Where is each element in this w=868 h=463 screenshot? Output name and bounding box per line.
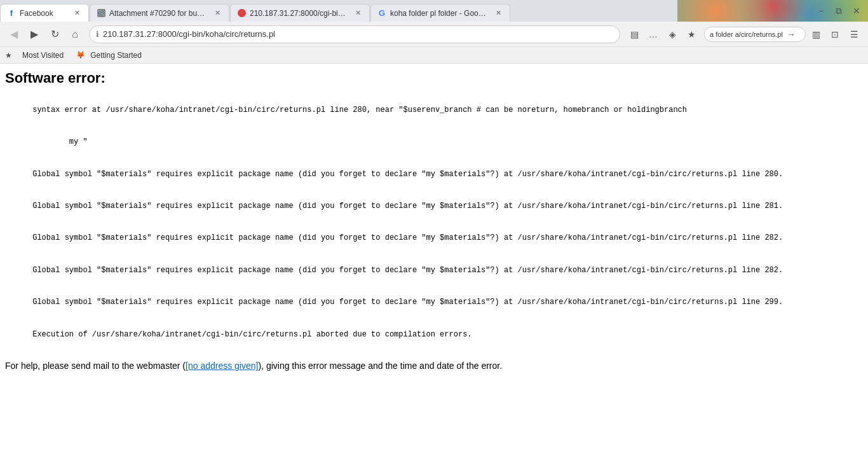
help-text-before: For help, please send mail to the webmas… xyxy=(5,361,186,371)
nav-right-icons: ▤ … ◈ ★ a folder a/circ/returns.pl → ▥ ⊡… xyxy=(625,25,863,43)
error-line-1: Global symbol "$materials" requires expl… xyxy=(32,202,783,211)
tab-close-facebook[interactable]: ✕ xyxy=(72,8,82,18)
address-info-icon: ℹ xyxy=(96,30,99,39)
help-link[interactable]: [no address given] xyxy=(186,361,258,371)
bookmark-button[interactable]: ★ xyxy=(682,25,700,43)
error-line-0: Global symbol "$materials" requires expl… xyxy=(32,170,783,179)
home-button[interactable]: ⌂ xyxy=(66,25,84,43)
tab-facebook[interactable]: f Facebook ✕ xyxy=(0,4,89,22)
tab-koha[interactable]: 210.187.31.27:8000/cgi-bin/koha/ci ✕ xyxy=(230,4,370,22)
error-line-2: Global symbol "$materials" requires expl… xyxy=(32,233,783,242)
tab-close-koha[interactable]: ✕ xyxy=(353,8,363,18)
bookmark-getting-started-label: Getting Started xyxy=(90,51,142,60)
help-text-after: ), giving this error message and the tim… xyxy=(258,361,502,371)
library-button[interactable]: ▥ xyxy=(807,25,825,43)
tab-attachment[interactable]: 📎 Attachment #70290 for bug #1 ✕ xyxy=(90,4,229,22)
bookmark-most-visited[interactable]: Most Visited xyxy=(17,50,69,61)
close-button[interactable]: ✕ xyxy=(848,2,865,20)
tab-favicon-google: G xyxy=(377,9,386,18)
pocket-button[interactable]: ◈ xyxy=(663,25,681,43)
help-text: For help, please send mail to the webmas… xyxy=(5,361,863,371)
menu-button[interactable]: ☰ xyxy=(845,25,863,43)
nav-bar: ◀ ▶ ↻ ⌂ ℹ 210.187.31.27:8000/cgi-bin/koh… xyxy=(0,22,868,47)
tab-label-facebook: Facebook xyxy=(20,9,68,18)
reload-button[interactable]: ↻ xyxy=(46,25,64,43)
error-title: Software error: xyxy=(5,70,863,86)
synced-tabs-button[interactable]: ⊡ xyxy=(826,25,844,43)
tab-label-koha: 210.187.31.27:8000/cgi-bin/koha/ci xyxy=(250,9,349,18)
error-line-4: Global symbol "$materials" requires expl… xyxy=(32,298,783,307)
window-controls: − ⧉ ✕ xyxy=(812,0,868,22)
search-text: a folder a/circ/returns.pl xyxy=(710,31,783,38)
page-content: Software error: syntax error at /usr/sha… xyxy=(0,64,868,382)
bookmark-getting-started[interactable]: 🦊 Getting Started xyxy=(71,50,147,61)
tab-favicon-facebook: f xyxy=(7,9,16,18)
tab-bar: f Facebook ✕ 📎 Attachment #70290 for bug… xyxy=(0,0,868,22)
back-button[interactable]: ◀ xyxy=(5,25,23,43)
tab-label-attachment: Attachment #70290 for bug #1 xyxy=(109,9,208,18)
search-arrow: → xyxy=(787,29,796,39)
error-line-3: Global symbol "$materials" requires expl… xyxy=(32,266,783,275)
reader-view-button[interactable]: ▤ xyxy=(625,25,643,43)
error-body: syntax error at /usr/share/koha/intranet… xyxy=(5,94,863,350)
tab-favicon-attachment: 📎 xyxy=(97,9,105,18)
restore-button[interactable]: ⧉ xyxy=(830,2,848,20)
error-my-line: my " xyxy=(32,137,87,146)
tab-close-attachment[interactable]: ✕ xyxy=(212,8,222,18)
forward-button[interactable]: ▶ xyxy=(25,25,43,43)
address-bar[interactable]: ℹ 210.187.31.27:8000/cgi-bin/koha/circ/r… xyxy=(89,25,620,43)
minimize-button[interactable]: − xyxy=(812,2,830,20)
error-syntax-line: syntax error at /usr/share/koha/intranet… xyxy=(32,106,687,114)
bookmarks-star-icon: ★ xyxy=(5,51,12,60)
tab-close-google[interactable]: ✕ xyxy=(493,8,503,18)
search-bar[interactable]: a folder a/circ/returns.pl → xyxy=(704,27,806,42)
address-bar-text: 210.187.31.27:8000/cgi-bin/koha/circ/ret… xyxy=(103,29,613,39)
tab-favicon-koha xyxy=(237,9,246,18)
error-line-5: Execution of /usr/share/koha/intranet/cg… xyxy=(32,330,471,339)
firefox-icon: 🦊 xyxy=(76,51,85,59)
bookmarks-bar: ★ Most Visited 🦊 Getting Started xyxy=(0,47,868,64)
browser-window: f Facebook ✕ 📎 Attachment #70290 for bug… xyxy=(0,0,868,382)
tab-label-google: koha folder pl folder - Google S xyxy=(390,9,489,18)
tab-google[interactable]: G koha folder pl folder - Google S ✕ xyxy=(370,4,510,22)
bookmark-most-visited-label: Most Visited xyxy=(22,51,64,60)
more-button[interactable]: … xyxy=(644,25,662,43)
